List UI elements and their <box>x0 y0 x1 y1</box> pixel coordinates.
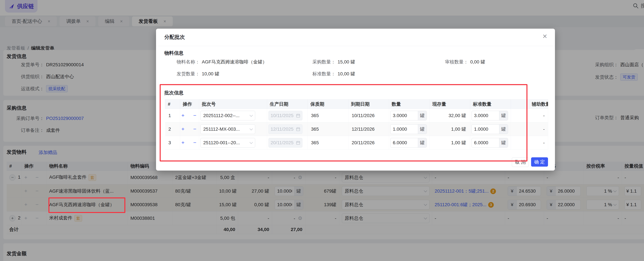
purchase-qty-label: 采购数量： <box>298 59 336 65</box>
delivery-qty-value: 10,00 罐 <box>202 71 219 77</box>
audit-qty-value: 0,00 罐 <box>470 59 485 65</box>
confirm-button[interactable]: 确 定 <box>531 157 548 167</box>
standard-qty-label: 标准数量： <box>298 71 336 77</box>
delivery-qty-label: 发货数量： <box>163 71 200 77</box>
aux-qty-cell: - <box>529 136 548 150</box>
modal-close-icon[interactable]: ✕ <box>542 33 547 40</box>
app-screen: 供应链 搜 首页-配送中心 × 调拨单 × 编辑 × 发货看板 <box>0 0 644 261</box>
standard-qty-value: 10,00 罐 <box>338 71 355 77</box>
aux-qty-cell: - <box>529 109 548 122</box>
material-name-label: 物料名称： <box>163 59 200 65</box>
audit-qty-label: 审核数量： <box>431 59 468 65</box>
purchase-qty-value: 15,00 罐 <box>338 59 355 65</box>
col-aux-qty: 辅助数量 <box>529 100 548 109</box>
modal-title: 分配批次 <box>164 34 185 40</box>
annotation-box-batch-info <box>160 84 528 161</box>
annotation-box-material-row <box>48 197 125 213</box>
material-info-section-title: 物料信息 <box>164 50 184 56</box>
aux-qty-cell: - <box>529 122 548 136</box>
material-name-value: AGF马克西姆速溶咖啡（金罐） <box>202 59 267 65</box>
